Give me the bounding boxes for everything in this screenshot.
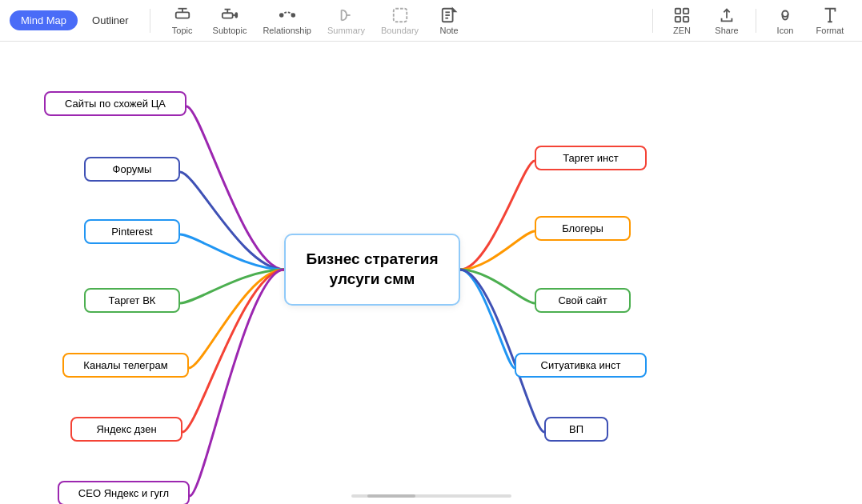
node-bloggers[interactable]: Блогеры (535, 216, 631, 241)
toolbar: Mind Map Outliner Topic Subtopic (0, 0, 862, 42)
node-saity[interactable]: Сайты по схожей ЦА (44, 91, 186, 116)
node-target-vk[interactable]: Таргет ВК (84, 288, 180, 313)
svg-rect-16 (676, 8, 680, 13)
svg-rect-18 (676, 16, 680, 21)
node-telegram[interactable]: Каналы телеграм (62, 353, 189, 378)
node-vp[interactable]: ВП (544, 417, 608, 442)
topic-tool[interactable]: Topic (160, 3, 205, 38)
divider-3 (756, 9, 756, 33)
tool-group: Topic Subtopic Relationship (160, 3, 472, 38)
svg-point-9 (291, 14, 295, 17)
node-seo[interactable]: СЕО Яндекс и гугл (58, 481, 190, 504)
node-forums[interactable]: Форумы (84, 157, 180, 182)
tab-mindmap[interactable]: Mind Map (10, 10, 78, 30)
scrollbar (351, 494, 511, 498)
divider-1 (150, 9, 150, 33)
right-tools: ZEN Share Icon Format (646, 3, 852, 38)
boundary-tool[interactable]: Boundary (373, 3, 427, 38)
node-situativka[interactable]: Ситуативка инст (515, 353, 647, 378)
svg-rect-5 (235, 13, 237, 18)
relationship-tool[interactable]: Relationship (255, 3, 319, 38)
svg-point-20 (782, 10, 788, 16)
summary-tool[interactable]: Summary (319, 3, 373, 38)
svg-rect-0 (175, 12, 189, 18)
note-tool[interactable]: Note (427, 3, 471, 38)
svg-rect-3 (223, 13, 233, 18)
node-target-inst[interactable]: Таргет инст (535, 146, 647, 170)
subtopic-tool[interactable]: Subtopic (205, 3, 255, 38)
svg-point-8 (280, 14, 283, 17)
format-tool[interactable]: Format (808, 3, 852, 38)
node-pinterest[interactable]: Pinterest (84, 219, 180, 244)
mindmap-canvas[interactable]: Бизнес стратегия улсуги смм Сайты по схо… (0, 42, 862, 504)
node-yandex-dzen[interactable]: Яндекс дзен (70, 417, 182, 442)
center-node[interactable]: Бизнес стратегия улсуги смм (284, 234, 460, 306)
zen-tool[interactable]: ZEN (660, 3, 704, 38)
icon-tool[interactable]: Icon (763, 3, 808, 38)
share-tool[interactable]: Share (704, 3, 749, 38)
svg-rect-17 (684, 8, 688, 13)
svg-rect-19 (684, 16, 688, 21)
node-svoy-sayt[interactable]: Свой сайт (535, 288, 631, 313)
svg-rect-11 (393, 8, 407, 22)
divider-2 (652, 9, 653, 33)
scrollbar-thumb (367, 494, 415, 498)
tab-outliner[interactable]: Outliner (81, 10, 140, 30)
